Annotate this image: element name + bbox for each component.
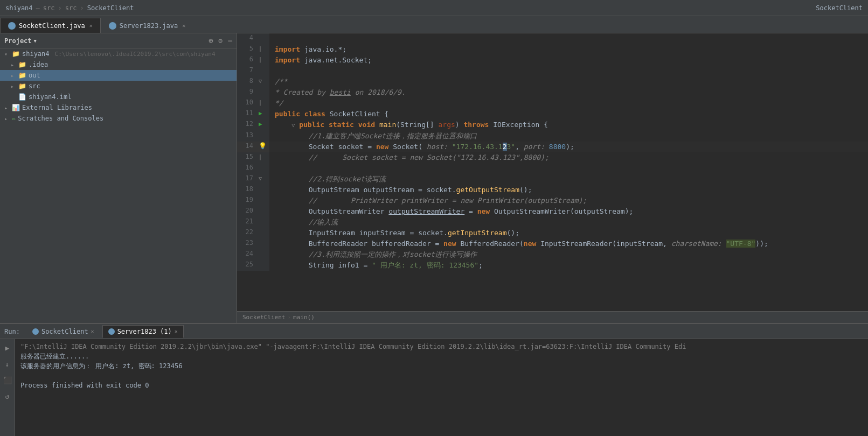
console-line-3: 该服务器的用户信息为： 用户名: zt, 密码: 123456 — [20, 361, 863, 371]
project-name: shiyan4 — [5, 4, 33, 12]
tree-item-iml[interactable]: ▸ 📄 shiyan4.iml — [0, 92, 237, 102]
project-dropdown[interactable]: Project ▼ — [4, 37, 37, 45]
tree-item-out[interactable]: ▸ 📁 out — [0, 70, 237, 81]
expand-arrow-icon: ▾ — [4, 51, 10, 57]
out-arrow-icon: ▸ — [11, 73, 16, 79]
bottom-panel: Run: SocketClient ✕ Server1823 (1) ✕ ▶ ↓… — [0, 323, 868, 436]
ext-libs-arrow-icon: ▸ — [4, 105, 10, 111]
fold-icon-5[interactable]: | — [259, 46, 262, 52]
src-folder-icon: 📁 — [18, 82, 26, 90]
tab-socketclient-close[interactable]: ✕ — [89, 23, 93, 29]
tab-bar: SocketClient.java ✕ Server1823.java ✕ — [0, 16, 868, 33]
sync-icon[interactable]: ⊕ — [209, 37, 213, 45]
stop-button[interactable]: ⬛ — [2, 374, 13, 386]
code-line-17: 17 ▽ //2.得到socket读写流 — [237, 174, 868, 185]
tab-run-socketclient[interactable]: SocketClient ✕ — [26, 325, 100, 338]
tree-item-external-libs[interactable]: ▸ 📊 External Libraries — [0, 102, 237, 113]
project-path: C:\Users\lenovo\.IdeaIC2019.2\src\com\sh… — [55, 51, 216, 58]
tree-shiyan4-label: shiyan4 — [22, 50, 50, 58]
run-label: Run: — [4, 328, 20, 335]
sidebar-header: Project ▼ ⊕ ⚙ – — [0, 33, 237, 48]
tree-item-idea[interactable]: ▸ 📁 .idea — [0, 59, 237, 70]
java-file-icon2 — [109, 22, 116, 30]
code-line-16: 16 — [237, 163, 868, 174]
code-line-13: 13 //1.建立客户端Socket连接，指定服务器位置和端口 — [237, 131, 868, 142]
project-folder-icon: 📁 — [12, 50, 20, 58]
src-arrow-icon: ▸ — [11, 83, 16, 89]
scratches-arrow-icon: ▸ — [4, 116, 10, 122]
tab-socketclient[interactable]: SocketClient.java ✕ — [0, 18, 101, 33]
breadcrumb-bar: SocketClient › main() — [237, 311, 868, 323]
run-tab-socketclient-label: SocketClient — [41, 328, 88, 335]
fold-icon-8[interactable]: ▽ — [259, 78, 262, 84]
code-line-7: 7 — [237, 66, 868, 76]
code-line-4: 4 — [237, 33, 868, 44]
fold-icon-6[interactable]: | — [259, 57, 262, 62]
tab-server1823-close[interactable]: ✕ — [182, 23, 185, 29]
code-line-15: 15 | // Socket socket = new Socket("172.… — [237, 152, 868, 163]
fold-icon-17[interactable]: ▽ — [259, 175, 262, 181]
tree-item-shiyan4[interactable]: ▾ 📁 shiyan4 C:\Users\lenovo\.IdeaIC2019.… — [0, 48, 237, 59]
iml-file-icon: 📄 — [18, 93, 26, 101]
code-line-25: 25 String info1 = " 用户名: zt, 密码: 123456"… — [237, 260, 868, 271]
run-arrow-icon-12[interactable]: ▶ — [259, 121, 262, 128]
scratches-icon: ✏ — [12, 115, 16, 122]
bulb-icon[interactable]: 💡 — [259, 142, 267, 150]
tree-idea-label: .idea — [29, 61, 48, 68]
title-right-label: SocketClient — [816, 4, 863, 12]
code-line-22: 22 InputStream inputStream = socket.getI… — [237, 228, 868, 238]
scroll-down-button[interactable]: ↓ — [2, 358, 13, 370]
idea-folder-icon: 📁 — [18, 61, 26, 68]
breadcrumb-file: SocketClient — [242, 314, 285, 321]
dropdown-arrow-icon: ▼ — [34, 38, 37, 44]
tree-src-label: src — [29, 82, 40, 90]
play-button[interactable]: ▶ — [2, 342, 13, 354]
project-title: Project — [4, 37, 32, 45]
code-line-19: 19 // PrintWriter printWriter = new Prin… — [237, 195, 868, 206]
out-folder-icon: 📁 — [18, 72, 26, 79]
console-line-4 — [20, 371, 863, 381]
editor-area: 4 5 | import java.io.*; 6 — [237, 33, 868, 323]
path-src2: src — [65, 4, 77, 12]
code-line-20: 20 OutputStreamWriter outputStreamWriter… — [237, 206, 868, 217]
title-active-file: SocketClient — [87, 4, 134, 12]
code-line-9: 9 * Created by besti on 2018/6/9. — [237, 87, 868, 98]
java-file-icon — [8, 22, 16, 30]
tab-server1823[interactable]: Server1823.java ✕ — [101, 18, 193, 33]
tab-run-server1823[interactable]: Server1823 (1) ✕ — [102, 325, 184, 338]
title-bar-left: shiyan4 – src › src › SocketClient — [5, 4, 134, 12]
run-tab-server1823-label: Server1823 (1) — [117, 328, 172, 335]
bottom-content: ▶ ↓ ⬛ ↺ "F:\IntelliJ IDEA Community Edit… — [0, 339, 868, 436]
tree-iml-label: shiyan4.iml — [29, 93, 71, 101]
sidebar-icons: ⊕ ⚙ – — [209, 37, 232, 45]
code-line-18: 18 OutputStream outputStream = socket.ge… — [237, 185, 868, 195]
minimize-icon[interactable]: – — [228, 37, 232, 45]
code-line-5: 5 | import java.io.*; — [237, 44, 868, 55]
title-bar: shiyan4 – src › src › SocketClient Socke… — [0, 0, 868, 16]
code-line-21: 21 //输入流 — [237, 217, 868, 228]
fold-icon-15[interactable]: | — [259, 154, 262, 160]
settings-icon[interactable]: ⚙ — [218, 37, 223, 45]
console-line-2: 服务器已经建立...... — [20, 351, 863, 361]
sidebar: Project ▼ ⊕ ⚙ – ▾ 📁 shiyan4 C:\Users\len… — [0, 33, 237, 323]
run-arrow-icon-11[interactable]: ▶ — [259, 110, 262, 117]
run-tab-socketclient-close[interactable]: ✕ — [91, 328, 94, 334]
fold-icon-12-inner[interactable]: ▽ — [291, 122, 295, 128]
code-lines: 4 5 | import java.io.*; 6 — [237, 33, 868, 271]
code-line-8: 8 ▽ /** — [237, 76, 868, 87]
fold-icon-10[interactable]: | — [259, 100, 262, 106]
bottom-tab-bar: Run: SocketClient ✕ Server1823 (1) ✕ — [0, 324, 868, 339]
breadcrumb-method: main() — [293, 314, 315, 321]
console-output[interactable]: "F:\IntelliJ IDEA Community Edition 2019… — [15, 339, 868, 436]
code-line-23: 23 BufferedReader bufferedReader = new B… — [237, 238, 868, 249]
tree-item-src[interactable]: ▸ 📁 src — [0, 81, 237, 92]
code-line-14: 14 💡 Socket socket = new Socket( host: "… — [237, 142, 868, 152]
collapse-arrow-icon: ▸ — [11, 62, 16, 68]
rerun-button[interactable]: ↺ — [2, 390, 13, 402]
title-bar-right: SocketClient — [816, 4, 863, 12]
tree-out-label: out — [29, 72, 40, 79]
run-tab-server1823-close[interactable]: ✕ — [175, 328, 178, 334]
ext-libs-icon: 📊 — [12, 104, 20, 111]
tree-item-scratches[interactable]: ▸ ✏ Scratches and Consoles — [0, 113, 237, 124]
code-editor[interactable]: 4 5 | import java.io.*; 6 — [237, 33, 868, 311]
